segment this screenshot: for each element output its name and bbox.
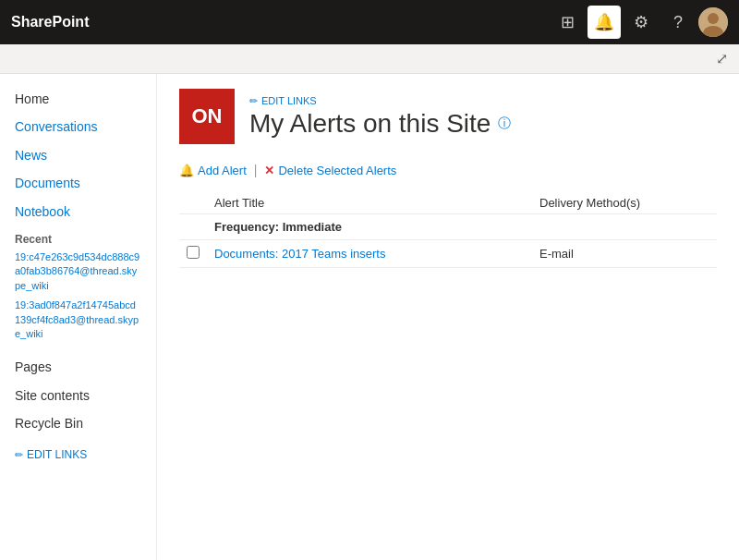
checkbox-cell (179, 240, 207, 268)
topbar-left: SharePoint (11, 14, 89, 30)
help-icon[interactable]: ? (661, 6, 695, 39)
alert-checkbox[interactable] (187, 246, 200, 259)
edit-pencil-icon: ✏ (249, 95, 258, 107)
frequency-label: Frequency: Immediate (207, 214, 717, 240)
alerts-table: Alert Title Delivery Method(s) Frequency… (179, 192, 717, 268)
delete-icon: ✕ (264, 164, 274, 177)
sidebar-item-notebook[interactable]: Notebook (0, 198, 156, 225)
expand-icon[interactable]: ⤢ (716, 50, 728, 67)
sidebar-item-news[interactable]: News (0, 141, 156, 169)
page-title: My Alerts on this Site ⓘ (249, 109, 511, 139)
delivery-method-cell: E-mail (532, 240, 717, 268)
table-row: Documents: 2017 Teams inserts E-mail (179, 240, 717, 268)
alerts-toolbar: 🔔 Add Alert | ✕ Delete Selected Alerts (179, 163, 717, 177)
bell-icon[interactable]: 🔔 (588, 6, 621, 39)
edit-links-top[interactable]: ✏ EDIT LINKS (249, 95, 511, 107)
topbar-right: ⊞ 🔔 ⚙ ? (551, 6, 728, 39)
sidebar-item-home[interactable]: Home (0, 85, 156, 113)
gear-icon[interactable]: ⚙ (624, 6, 658, 39)
toolbar-separator: | (254, 163, 258, 177)
add-alert-button[interactable]: Add Alert (198, 164, 247, 177)
sidebar-recent-label: Recent (0, 225, 156, 248)
sidebar-edit-links-bottom[interactable]: ✏ EDIT LINKS (0, 444, 156, 465)
col-delivery-method: Delivery Method(s) (532, 192, 717, 214)
toolbar-strip: ⤢ (0, 44, 739, 74)
site-title-area: ✏ EDIT LINKS My Alerts on this Site ⓘ (249, 95, 511, 139)
sidebar-recent-item-1[interactable]: 19:3ad0f847a2f14745abcd139cf4fc8ad3@thre… (0, 296, 156, 344)
sidebar: Home Conversations News Documents Notebo… (0, 74, 157, 560)
sidebar-recent-item-0[interactable]: 19:c47e263c9d534dc888c9a0fab3b86764@thre… (0, 248, 156, 296)
sidebar-item-recycle-bin[interactable]: Recycle Bin (0, 409, 156, 437)
col-alert-title: Alert Title (207, 192, 532, 214)
sidebar-item-site-contents[interactable]: Site contents (0, 382, 156, 409)
info-icon[interactable]: ⓘ (498, 116, 511, 132)
sidebar-item-pages[interactable]: Pages (0, 353, 156, 381)
sidebar-item-conversations[interactable]: Conversations (0, 113, 156, 140)
app-name: SharePoint (11, 14, 89, 30)
col-checkbox (179, 192, 207, 214)
topbar: SharePoint ⊞ 🔔 ⚙ ? (0, 0, 739, 44)
delete-alerts-button[interactable]: Delete Selected Alerts (278, 164, 396, 177)
avatar[interactable] (698, 7, 728, 37)
alert-title-link[interactable]: Documents: 2017 Teams inserts (214, 247, 385, 261)
site-header: ON ✏ EDIT LINKS My Alerts on this Site ⓘ (179, 89, 717, 144)
main-layout: Home Conversations News Documents Notebo… (0, 74, 739, 560)
site-logo: ON (179, 89, 235, 144)
svg-point-1 (708, 13, 719, 24)
pencil-icon: ✏ (15, 449, 23, 461)
add-alert-bell-icon: 🔔 (179, 164, 194, 177)
sidebar-item-documents[interactable]: Documents (0, 169, 156, 197)
alert-title-cell: Documents: 2017 Teams inserts (207, 240, 532, 268)
main-content: ON ✏ EDIT LINKS My Alerts on this Site ⓘ… (157, 74, 739, 560)
grid-icon[interactable]: ⊞ (551, 6, 584, 39)
frequency-row: Frequency: Immediate (179, 214, 717, 240)
